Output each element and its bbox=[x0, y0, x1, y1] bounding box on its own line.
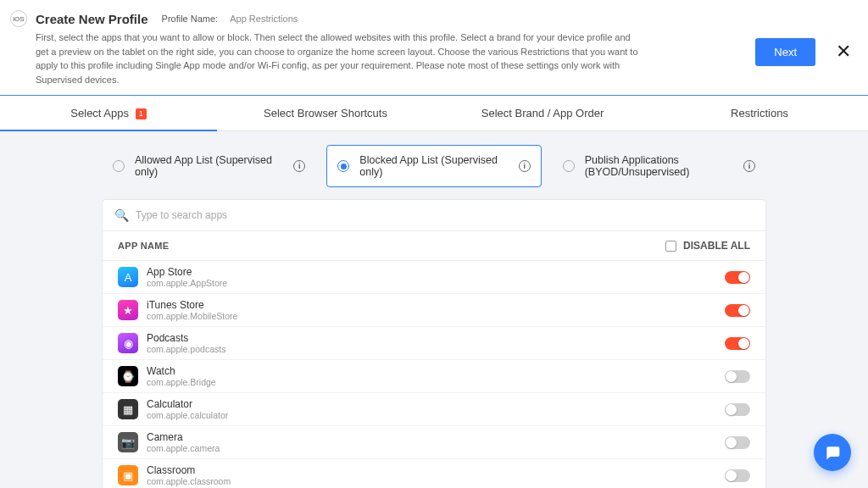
app-icon: 📷 bbox=[118, 432, 138, 452]
block-toggle[interactable] bbox=[725, 370, 750, 383]
app-name: iTunes Store bbox=[147, 299, 725, 311]
radio-icon bbox=[563, 160, 575, 172]
header-left: iOS Create New Profile Profile Name: App… bbox=[10, 10, 755, 86]
app-row: 📷Cameracom.apple.camera bbox=[103, 426, 765, 459]
option-allowed-list[interactable]: Allowed App List (Supervised only) i bbox=[102, 145, 316, 187]
checkbox-icon bbox=[665, 241, 676, 252]
info-icon[interactable]: i bbox=[293, 160, 305, 172]
search-input[interactable] bbox=[136, 209, 754, 221]
next-button[interactable]: Next bbox=[755, 38, 815, 66]
info-icon[interactable]: i bbox=[743, 160, 755, 172]
chat-fab[interactable] bbox=[814, 434, 851, 471]
app-text: Watchcom.apple.Bridge bbox=[147, 365, 725, 387]
app-bundle-id: com.apple.AppStore bbox=[147, 278, 725, 288]
app-text: Cameracom.apple.camera bbox=[147, 431, 725, 453]
app-name: App Store bbox=[147, 266, 725, 278]
app-name: Podcasts bbox=[147, 332, 725, 344]
close-icon[interactable]: ✕ bbox=[836, 41, 851, 63]
chat-icon bbox=[824, 444, 841, 461]
app-row: ⌚Watchcom.apple.Bridge bbox=[103, 360, 765, 393]
radio-icon bbox=[337, 160, 349, 172]
option-blocked-list[interactable]: Blocked App List (Supervised only) i bbox=[326, 145, 541, 187]
app-row: ▦Calculatorcom.apple.calculator bbox=[103, 393, 765, 426]
app-text: Classroomcom.apple.classroom bbox=[147, 464, 725, 486]
app-bundle-id: com.apple.podcasts bbox=[147, 344, 725, 354]
list-mode-options: Allowed App List (Supervised only) i Blo… bbox=[0, 131, 868, 199]
search-icon: 🔍 bbox=[114, 208, 129, 222]
block-toggle[interactable] bbox=[725, 436, 750, 449]
option-publish-apps[interactable]: Publish Applications (BYOD/Unsupervised)… bbox=[552, 145, 766, 187]
block-toggle[interactable] bbox=[725, 403, 750, 416]
app-text: App Storecom.apple.AppStore bbox=[147, 266, 725, 288]
tab-brand-app-order[interactable]: Select Brand / App Order bbox=[434, 96, 651, 130]
header-right: Next ✕ bbox=[755, 10, 851, 86]
app-icon: ★ bbox=[118, 300, 138, 320]
block-toggle[interactable] bbox=[725, 271, 750, 284]
ios-badge: iOS bbox=[10, 10, 27, 27]
app-name: Calculator bbox=[147, 398, 725, 410]
body-area: Allowed App List (Supervised only) i Blo… bbox=[0, 131, 868, 488]
tab-badge: 1 bbox=[136, 108, 147, 119]
app-text: Podcastscom.apple.podcasts bbox=[147, 332, 725, 354]
app-row: ▣Classroomcom.apple.classroom bbox=[103, 459, 765, 488]
tabs-bar: Select Apps 1 Select Browser Shortcuts S… bbox=[0, 96, 868, 131]
app-icon: ◉ bbox=[118, 333, 138, 353]
tab-select-apps[interactable]: Select Apps 1 bbox=[0, 96, 217, 130]
app-bundle-id: com.apple.classroom bbox=[147, 476, 725, 486]
block-toggle[interactable] bbox=[725, 469, 750, 482]
tab-label: Select Browser Shortcuts bbox=[264, 107, 387, 119]
tab-browser-shortcuts[interactable]: Select Browser Shortcuts bbox=[217, 96, 434, 130]
option-label: Publish Applications (BYOD/Unsupervised) bbox=[585, 154, 733, 178]
apps-card: 🔍 APP NAME DISABLE ALL AApp Storecom.app… bbox=[102, 199, 766, 488]
title-row: iOS Create New Profile Profile Name: App… bbox=[10, 10, 755, 27]
app-name: Classroom bbox=[147, 464, 725, 476]
page-title: Create New Profile bbox=[36, 12, 148, 26]
profile-name-label: Profile Name: bbox=[162, 14, 219, 24]
app-icon: ▦ bbox=[118, 399, 138, 419]
header-description: First, select the apps that you want to … bbox=[36, 30, 646, 86]
app-bundle-id: com.apple.Bridge bbox=[147, 377, 725, 387]
block-toggle[interactable] bbox=[725, 304, 750, 317]
profile-name-value: App Restrictions bbox=[230, 14, 298, 24]
app-icon: A bbox=[118, 267, 138, 287]
disable-all-label: DISABLE ALL bbox=[683, 240, 750, 252]
app-icon: ⌚ bbox=[118, 366, 138, 386]
search-row: 🔍 bbox=[103, 200, 765, 231]
app-bundle-id: com.apple.calculator bbox=[147, 410, 725, 420]
list-header: APP NAME DISABLE ALL bbox=[103, 231, 765, 261]
column-app-name: APP NAME bbox=[118, 241, 665, 251]
app-row: ◉Podcastscom.apple.podcasts bbox=[103, 327, 765, 360]
tab-restrictions[interactable]: Restrictions bbox=[651, 96, 868, 130]
option-label: Blocked App List (Supervised only) bbox=[359, 154, 508, 178]
app-text: Calculatorcom.apple.calculator bbox=[147, 398, 725, 420]
tab-label: Select Brand / App Order bbox=[481, 107, 604, 119]
app-name: Camera bbox=[147, 431, 725, 443]
option-label: Allowed App List (Supervised only) bbox=[135, 154, 283, 178]
page-header: iOS Create New Profile Profile Name: App… bbox=[0, 0, 868, 96]
block-toggle[interactable] bbox=[725, 337, 750, 350]
app-row: AApp Storecom.apple.AppStore bbox=[103, 261, 765, 294]
app-icon: ▣ bbox=[118, 465, 138, 485]
app-bundle-id: com.apple.MobileStore bbox=[147, 311, 725, 321]
info-icon[interactable]: i bbox=[519, 160, 531, 172]
app-text: iTunes Storecom.apple.MobileStore bbox=[147, 299, 725, 321]
tab-label: Select Apps bbox=[70, 107, 129, 119]
tab-label: Restrictions bbox=[731, 107, 788, 119]
app-name: Watch bbox=[147, 365, 725, 377]
disable-all[interactable]: DISABLE ALL bbox=[665, 240, 750, 252]
app-bundle-id: com.apple.camera bbox=[147, 443, 725, 453]
app-list[interactable]: AApp Storecom.apple.AppStore★iTunes Stor… bbox=[103, 261, 765, 488]
app-row: ★iTunes Storecom.apple.MobileStore bbox=[103, 294, 765, 327]
radio-icon bbox=[113, 160, 125, 172]
